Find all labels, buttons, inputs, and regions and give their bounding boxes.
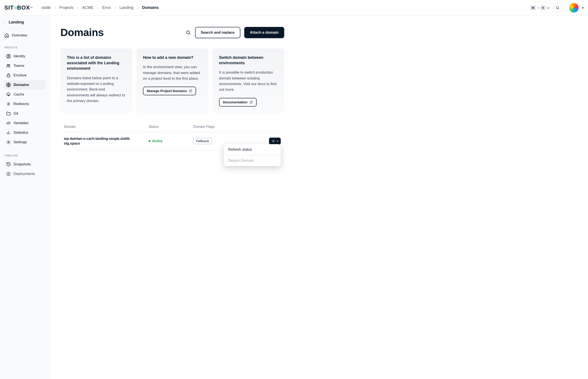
keyboard-shortcut-hint: ⌘ + K or bbox=[530, 5, 550, 10]
svg-point-11 bbox=[8, 142, 9, 143]
card-body: Domains listed below point to a website … bbox=[67, 75, 126, 104]
arrow-right-icon: → bbox=[53, 6, 57, 10]
sidebar-item-label: Redirects bbox=[14, 102, 29, 106]
page-title: Domains bbox=[60, 27, 104, 38]
sidebar-back-button[interactable]: ← Landing bbox=[0, 16, 49, 29]
external-link-icon bbox=[250, 101, 253, 104]
svg-line-14 bbox=[189, 33, 190, 34]
breadcrumb: statik → Projects → ACME → Envs → Landin… bbox=[41, 5, 530, 10]
home-icon bbox=[4, 33, 9, 38]
sidebar-item-label: Snapshots bbox=[14, 162, 31, 167]
status-badge: Active bbox=[149, 139, 189, 143]
svg-point-3 bbox=[8, 55, 9, 56]
sidebar-item-variables[interactable]: Variables bbox=[3, 119, 46, 128]
breadcrumb-envs[interactable]: Envs bbox=[102, 5, 111, 10]
card-title: This is a list of domains associated wit… bbox=[67, 55, 126, 71]
card-title: How to add a new domain? bbox=[143, 55, 202, 60]
arrow-right-icon: → bbox=[136, 6, 139, 10]
breadcrumb-domains: Domains bbox=[142, 5, 159, 10]
breadcrumb-acme[interactable]: ACME bbox=[82, 5, 93, 10]
search-icon bbox=[185, 30, 191, 35]
sidebar-item-snapshots[interactable]: Snapshots bbox=[3, 160, 46, 169]
avatar[interactable] bbox=[569, 3, 579, 13]
redirect-icon bbox=[6, 102, 11, 106]
kbd-plus: + bbox=[537, 6, 539, 10]
global-search-button[interactable] bbox=[553, 3, 562, 12]
sidebar-item-statistics[interactable]: Statistics bbox=[3, 128, 46, 137]
sidebar-item-label: Variables bbox=[14, 121, 29, 125]
search-replace-button[interactable]: Search and replace bbox=[195, 27, 240, 38]
arrow-right-icon: → bbox=[96, 6, 100, 10]
gear-icon bbox=[6, 140, 11, 144]
sidebar-item-label: Settings bbox=[14, 140, 27, 144]
deploy-icon bbox=[6, 172, 11, 176]
card-body: In the environment view, you can manage … bbox=[143, 64, 202, 81]
sidebar-item-overview[interactable]: Overview bbox=[2, 31, 48, 40]
domain-name: wp-damian-n-cach-landing-xeupb.statik-st… bbox=[64, 136, 144, 146]
sidebar-item-cache[interactable]: Cache bbox=[3, 90, 46, 99]
sidebar-item-label: Identity bbox=[14, 54, 25, 58]
sidebar-heading-website: WEBSITE bbox=[2, 46, 48, 51]
svg-rect-6 bbox=[7, 75, 10, 77]
gear-icon bbox=[272, 139, 275, 143]
kbd-or: or bbox=[547, 6, 550, 10]
card-body: It is possible to switch production doma… bbox=[219, 70, 278, 93]
table-header: Domain Status Domain Flags bbox=[60, 122, 284, 132]
documentation-link[interactable]: Documentation bbox=[219, 98, 257, 107]
code-icon bbox=[6, 121, 11, 126]
sidebar-item-git[interactable]: Git bbox=[3, 109, 46, 118]
table-column-status: Status bbox=[149, 125, 189, 129]
logo[interactable]: SIT ≡ BOX ™ bbox=[4, 4, 33, 11]
external-link-icon bbox=[189, 89, 192, 93]
svg-point-15 bbox=[273, 141, 274, 142]
dropdown-item-detach[interactable]: Detach Domain bbox=[224, 155, 281, 166]
sidebar-item-teams[interactable]: Teams bbox=[3, 61, 46, 70]
attach-domain-button[interactable]: Attach a domain bbox=[244, 27, 284, 38]
chevron-down-icon[interactable]: ▾ bbox=[582, 6, 584, 10]
card-link-label: Documentation bbox=[223, 100, 248, 104]
logo-accent: ≡ bbox=[14, 4, 17, 11]
logo-text: SIT bbox=[4, 4, 14, 11]
history-icon bbox=[6, 162, 11, 167]
table-row: wp-damian-n-cach-landing-xeupb.statik-st… bbox=[60, 132, 284, 151]
flag-badge: Fallback bbox=[193, 138, 212, 144]
row-actions-button[interactable]: ▾ bbox=[269, 138, 281, 144]
card-link-label: Manage Project Domains bbox=[147, 89, 187, 93]
svg-point-13 bbox=[186, 31, 189, 34]
sidebar-item-deployments[interactable]: Deployments bbox=[3, 169, 46, 178]
lock-icon bbox=[6, 73, 11, 78]
folder-icon bbox=[6, 111, 11, 116]
sidebar-item-label: Git bbox=[14, 111, 18, 116]
manage-project-domains-link[interactable]: Manage Project Domains bbox=[143, 87, 196, 95]
globe-icon bbox=[6, 82, 11, 87]
dropdown-item-refresh[interactable]: Refresh status bbox=[224, 144, 281, 155]
sidebar-item-domains[interactable]: Domains bbox=[3, 80, 46, 89]
user-circle-icon bbox=[6, 54, 11, 59]
sidebar-item-label: Deployments bbox=[14, 172, 35, 176]
search-icon bbox=[556, 6, 559, 10]
table-column-domain: Domain bbox=[64, 125, 144, 129]
logo-tm: ™ bbox=[30, 6, 33, 9]
kbd-cmd: ⌘ bbox=[530, 5, 536, 10]
status-text: Active bbox=[152, 139, 163, 143]
sidebar-item-settings[interactable]: Settings bbox=[3, 138, 46, 147]
cloud-icon bbox=[6, 92, 11, 97]
sidebar-item-enclave[interactable]: Enclave bbox=[3, 71, 46, 80]
domain-search-button[interactable] bbox=[185, 30, 191, 36]
svg-point-4 bbox=[7, 64, 8, 66]
sidebar-item-redirects[interactable]: Redirects bbox=[3, 99, 46, 109]
logo-text: BOX bbox=[17, 4, 30, 11]
sidebar-item-label: Enclave bbox=[14, 73, 27, 78]
svg-point-0 bbox=[556, 6, 559, 9]
sidebar-item-label: Domains bbox=[14, 83, 29, 87]
breadcrumb-projects[interactable]: Projects bbox=[59, 5, 73, 10]
sidebar-item-identity[interactable]: Identity bbox=[3, 52, 46, 61]
breadcrumb-landing[interactable]: Landing bbox=[119, 5, 134, 10]
sidebar-back-label: Landing bbox=[9, 20, 24, 25]
arrow-left-icon: ← bbox=[3, 20, 6, 24]
card-title: Switch domain between environments bbox=[219, 55, 278, 66]
sidebar-heading-timeline: TIMELINE bbox=[2, 154, 48, 159]
users-icon bbox=[6, 63, 11, 68]
sidebar-item-label: Statistics bbox=[14, 130, 28, 135]
breadcrumb-statik[interactable]: statik bbox=[41, 5, 51, 10]
